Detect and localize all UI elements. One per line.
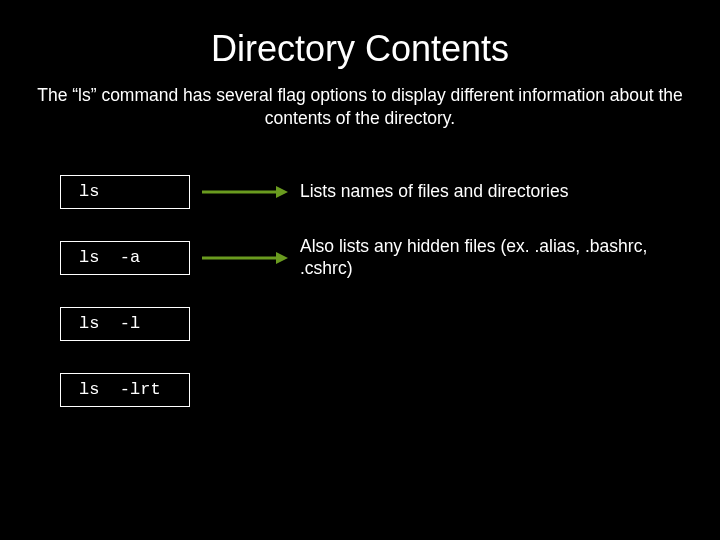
command-description: Lists names of files and directories — [300, 181, 568, 203]
list-item: ls -a Also lists any hidden files (ex. .… — [60, 236, 720, 280]
list-item: ls -lrt — [60, 368, 720, 412]
command-text: ls -a — [79, 248, 140, 267]
command-box: ls -a — [60, 241, 190, 275]
arrow-icon — [202, 250, 288, 266]
page-subtitle: The “ls” command has several flag option… — [0, 84, 720, 130]
arrow-icon — [202, 184, 288, 200]
page-title: Directory Contents — [0, 28, 720, 70]
slide: Directory Contents The “ls” command has … — [0, 0, 720, 540]
command-box: ls -lrt — [60, 373, 190, 407]
command-box: ls -l — [60, 307, 190, 341]
command-text: ls -lrt — [79, 380, 161, 399]
list-item: ls -l — [60, 302, 720, 346]
command-description: Also lists any hidden files (ex. .alias,… — [300, 236, 680, 280]
svg-marker-1 — [276, 186, 288, 198]
command-list: ls Lists names of files and directories … — [0, 170, 720, 412]
list-item: ls Lists names of files and directories — [60, 170, 720, 214]
command-text: ls — [79, 182, 99, 201]
svg-marker-3 — [276, 252, 288, 264]
command-box: ls — [60, 175, 190, 209]
command-text: ls -l — [79, 314, 140, 333]
